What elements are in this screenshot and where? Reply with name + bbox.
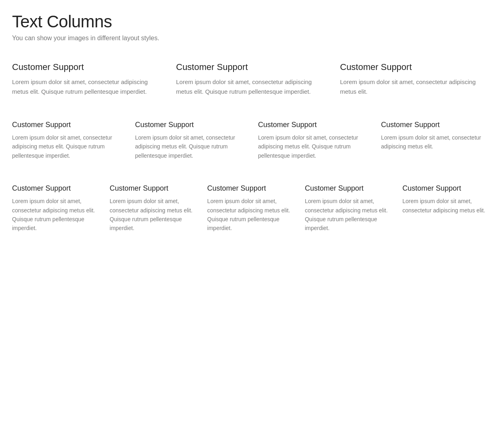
column-text: Lorem ipsum dolor sit amet, consectetur … xyxy=(340,77,492,97)
column-text: Lorem ipsum dolor sit amet, consectetur … xyxy=(110,197,199,233)
column-card: Customer Support Lorem ipsum dolor sit a… xyxy=(135,121,246,160)
column-card: Customer Support Lorem ipsum dolor sit a… xyxy=(110,184,199,233)
column-text: Lorem ipsum dolor sit amet, consectetur … xyxy=(135,133,246,160)
column-text: Lorem ipsum dolor sit amet, consectetur … xyxy=(176,77,328,97)
column-card: Customer Support Lorem ipsum dolor sit a… xyxy=(340,62,492,97)
column-text: Lorem ipsum dolor sit amet, consectetur … xyxy=(12,133,123,160)
column-card: Customer Support Lorem ipsum dolor sit a… xyxy=(402,184,492,233)
column-text: Lorem ipsum dolor sit amet, consectetur … xyxy=(305,197,394,233)
column-heading: Customer Support xyxy=(12,184,102,193)
column-card: Customer Support Lorem ipsum dolor sit a… xyxy=(207,184,297,233)
column-card: Customer Support Lorem ipsum dolor sit a… xyxy=(258,121,369,160)
column-heading: Customer Support xyxy=(305,184,394,193)
column-heading: Customer Support xyxy=(258,121,369,129)
page-title: Text Columns xyxy=(12,12,492,31)
column-heading: Customer Support xyxy=(12,121,123,129)
column-card: Customer Support Lorem ipsum dolor sit a… xyxy=(381,121,492,160)
column-heading: Customer Support xyxy=(340,62,492,72)
column-text: Lorem ipsum dolor sit amet, consectetur … xyxy=(12,197,102,233)
column-card: Customer Support Lorem ipsum dolor sit a… xyxy=(12,121,123,160)
column-card: Customer Support Lorem ipsum dolor sit a… xyxy=(176,62,328,97)
column-text: Lorem ipsum dolor sit amet, consectetur … xyxy=(258,133,369,160)
column-heading: Customer Support xyxy=(402,184,492,193)
column-heading: Customer Support xyxy=(176,62,328,72)
column-card: Customer Support Lorem ipsum dolor sit a… xyxy=(305,184,394,233)
page-subtitle: You can show your images in different la… xyxy=(12,35,492,42)
section-three-col: Customer Support Lorem ipsum dolor sit a… xyxy=(12,62,492,97)
column-card: Customer Support Lorem ipsum dolor sit a… xyxy=(12,62,164,97)
column-heading: Customer Support xyxy=(207,184,297,193)
column-card: Customer Support Lorem ipsum dolor sit a… xyxy=(12,184,102,233)
column-heading: Customer Support xyxy=(110,184,199,193)
column-heading: Customer Support xyxy=(135,121,246,129)
column-heading: Customer Support xyxy=(12,62,164,72)
column-text: Lorem ipsum dolor sit amet, consectetur … xyxy=(402,197,492,215)
section-five-col: Customer Support Lorem ipsum dolor sit a… xyxy=(12,184,492,233)
column-text: Lorem ipsum dolor sit amet, consectetur … xyxy=(12,77,164,97)
section-four-col: Customer Support Lorem ipsum dolor sit a… xyxy=(12,121,492,160)
column-text: Lorem ipsum dolor sit amet, consectetur … xyxy=(207,197,297,233)
column-text: Lorem ipsum dolor sit amet, consectetur … xyxy=(381,133,492,151)
column-heading: Customer Support xyxy=(381,121,492,129)
